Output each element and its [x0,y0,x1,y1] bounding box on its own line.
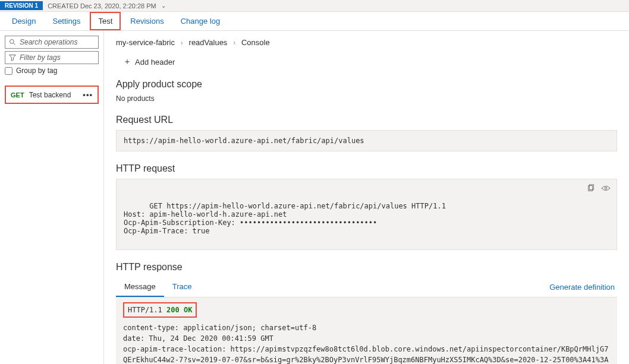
tab-test[interactable]: Test [90,12,121,30]
filter-icon [9,54,16,61]
svg-point-0 [10,40,14,44]
revision-badge: REVISION 1 [0,1,43,10]
tab-design[interactable]: Design [5,13,43,29]
operation-name: Test backend [29,91,83,99]
group-by-tag-input[interactable] [5,67,12,75]
response-tabs: Message Trace Generate definition [116,277,617,297]
operation-more-icon[interactable]: ••• [83,90,93,99]
group-by-tag-checkbox[interactable]: Group by tag [5,67,99,75]
search-placeholder: Search operations [20,38,77,46]
operation-item[interactable]: GET Test backend ••• [5,86,99,104]
http-response-title: HTTP response [116,262,617,273]
created-timestamp: CREATED Dec 23, 2020, 2:20:28 PM [43,2,161,10]
apply-product-scope-title: Apply product scope [116,79,617,90]
tab-changelog[interactable]: Change log [174,13,228,29]
response-body: HTTP/1.1 200 OK content-type: applicatio… [116,297,617,364]
search-operations-input[interactable]: Search operations [5,36,99,49]
operations-sidebar: Search operations Filter by tags Group b… [0,31,104,364]
breadcrumb: my-service-fabric › readValues › Console [116,38,617,47]
response-tab-trace[interactable]: Trace [164,277,200,297]
search-icon [9,39,16,46]
plus-icon: ＋ [123,56,131,67]
status-protocol: HTTP/1.1 [128,306,166,314]
group-by-tag-label: Group by tag [16,67,57,75]
tab-settings[interactable]: Settings [45,13,87,29]
breadcrumb-seg-3: Console [241,38,270,47]
svg-line-1 [14,43,15,45]
status-code: 200 OK [166,306,192,314]
add-header-label: Add header [135,58,175,67]
tab-revisions[interactable]: Revisions [123,13,171,29]
svg-point-4 [605,187,607,189]
generate-definition-link[interactable]: Generate definition [549,283,617,292]
filter-placeholder: Filter by tags [20,53,61,62]
http-request-box: GET https://apim-hello-world.azure-api.n… [116,179,617,250]
main-tabs: Design Settings Test Revisions Change lo… [0,12,629,31]
add-header-button[interactable]: ＋ Add header [123,56,617,67]
chevron-down-icon[interactable]: ⌄ [161,2,166,9]
operation-method: GET [11,91,24,99]
request-url-title: Request URL [116,115,617,125]
top-revision-bar: REVISION 1 CREATED Dec 23, 2020, 2:20:28… [0,0,629,12]
main-panel: my-service-fabric › readValues › Console… [104,31,629,364]
breadcrumb-seg-1[interactable]: my-service-fabric [116,38,175,47]
breadcrumb-sep: › [233,38,235,47]
reveal-icon[interactable] [601,184,611,192]
breadcrumb-seg-2[interactable]: readValues [189,38,228,47]
filter-tags-input[interactable]: Filter by tags [5,51,99,64]
breadcrumb-sep: › [181,38,183,47]
http-request-title: HTTP request [116,163,617,174]
http-request-text: GET https://apim-hello-world.azure-api.n… [124,202,446,235]
response-status-line: HTTP/1.1 200 OK [123,302,197,318]
no-products-text: No products [116,94,617,103]
copy-icon[interactable] [587,184,595,192]
request-url-box: https://apim-hello-world.azure-api.net/f… [116,130,617,151]
response-tab-message[interactable]: Message [116,277,164,297]
response-headers: content-type: application/json; charset=… [123,322,610,364]
